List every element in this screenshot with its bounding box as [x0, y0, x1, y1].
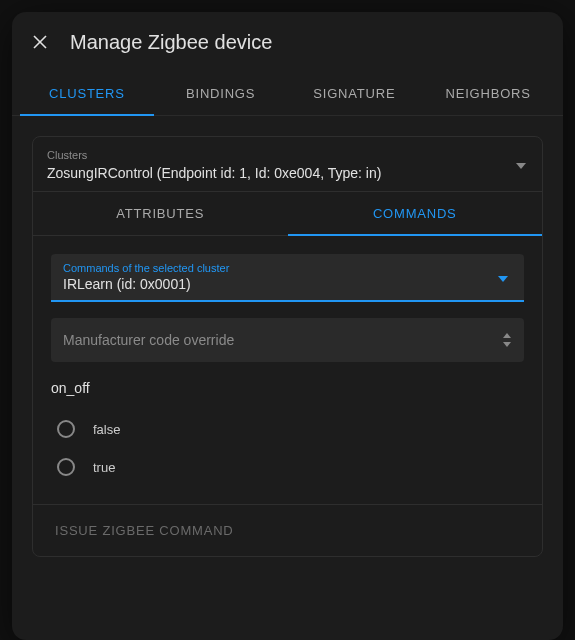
tab-signature[interactable]: SIGNATURE [288, 72, 422, 115]
tab-clusters[interactable]: CLUSTERS [20, 72, 154, 115]
command-select-label: Commands of the selected cluster [63, 262, 512, 274]
radio-option-true[interactable]: true [51, 448, 524, 486]
commands-pane: Commands of the selected cluster IRLearn… [33, 236, 542, 504]
subtab-attributes[interactable]: ATTRIBUTES [33, 192, 288, 235]
close-button[interactable] [28, 30, 52, 54]
chevron-down-icon [498, 268, 508, 286]
main-tabs: CLUSTERS BINDINGS SIGNATURE NEIGHBORS [12, 72, 563, 116]
tab-neighbors[interactable]: NEIGHBORS [421, 72, 555, 115]
command-select-value: IRLearn (id: 0x0001) [63, 276, 512, 292]
dialog-content: Clusters ZosungIRControl (Endpoint id: 1… [12, 116, 563, 640]
radio-icon [57, 458, 75, 476]
manufacturer-code-input[interactable]: Manufacturer code override [51, 318, 524, 362]
param-name: on_off [51, 380, 524, 396]
command-select[interactable]: Commands of the selected cluster IRLearn… [51, 254, 524, 302]
manufacturer-code-placeholder: Manufacturer code override [63, 332, 512, 348]
radio-label: false [93, 422, 120, 437]
close-icon [31, 33, 49, 51]
radio-label: true [93, 460, 115, 475]
number-stepper-icon[interactable] [502, 333, 512, 347]
cluster-select[interactable]: Clusters ZosungIRControl (Endpoint id: 1… [33, 137, 542, 192]
radio-option-false[interactable]: false [51, 410, 524, 448]
tab-bindings[interactable]: BINDINGS [154, 72, 288, 115]
cluster-panel: Clusters ZosungIRControl (Endpoint id: 1… [32, 136, 543, 557]
cluster-select-value: ZosungIRControl (Endpoint id: 1, Id: 0xe… [47, 165, 528, 181]
cluster-select-label: Clusters [47, 149, 528, 161]
manage-zigbee-dialog: Manage Zigbee device CLUSTERS BINDINGS S… [12, 12, 563, 640]
dialog-header: Manage Zigbee device [12, 12, 563, 72]
issue-command-button[interactable]: ISSUE ZIGBEE COMMAND [33, 504, 542, 556]
subtab-commands[interactable]: COMMANDS [288, 192, 543, 235]
chevron-down-icon [516, 155, 526, 173]
radio-icon [57, 420, 75, 438]
dialog-title: Manage Zigbee device [70, 31, 272, 54]
sub-tabs: ATTRIBUTES COMMANDS [33, 192, 542, 236]
